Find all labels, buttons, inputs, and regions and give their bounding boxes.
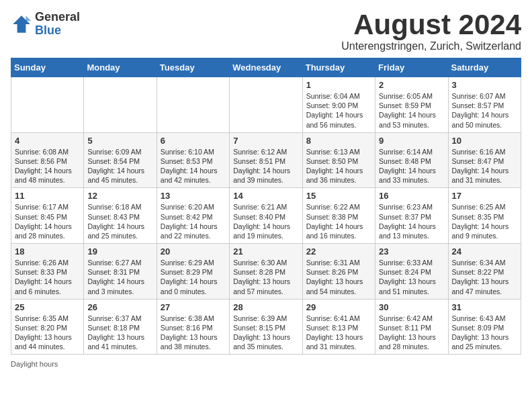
calendar-cell: 8Sunrise: 6:13 AMSunset: 8:50 PMDaylight…: [302, 132, 375, 188]
day-info: Sunrise: 6:42 AMSunset: 8:11 PMDaylight:…: [379, 314, 444, 352]
calendar-table: SundayMondayTuesdayWednesdayThursdayFrid…: [11, 58, 521, 355]
day-number: 15: [306, 191, 371, 201]
calendar-cell: 14Sunrise: 6:21 AMSunset: 8:40 PMDayligh…: [230, 188, 302, 244]
calendar-cell: 19Sunrise: 6:27 AMSunset: 8:31 PMDayligh…: [84, 244, 157, 300]
calendar-header-row: SundayMondayTuesdayWednesdayThursdayFrid…: [11, 58, 521, 77]
day-info: Sunrise: 6:16 AMSunset: 8:47 PMDaylight:…: [452, 147, 517, 185]
logo: General Blue: [11, 11, 80, 38]
logo-icon: [11, 13, 32, 35]
day-number: 19: [87, 246, 152, 257]
day-info: Sunrise: 6:17 AMSunset: 8:45 PMDaylight:…: [15, 202, 80, 240]
day-info: Sunrise: 6:18 AMSunset: 8:43 PMDaylight:…: [87, 202, 152, 240]
calendar-cell: 4Sunrise: 6:08 AMSunset: 8:56 PMDaylight…: [11, 132, 84, 188]
title-block: August 2024 Unterengstringen, Zurich, Sw…: [341, 11, 521, 52]
svg-marker-1: [26, 15, 31, 21]
day-number: 30: [379, 302, 444, 312]
day-number: 24: [452, 246, 517, 257]
day-number: 17: [452, 191, 517, 201]
day-info: Sunrise: 6:34 AMSunset: 8:22 PMDaylight:…: [452, 258, 517, 296]
calendar-cell: 18Sunrise: 6:26 AMSunset: 8:33 PMDayligh…: [11, 244, 84, 300]
calendar-cell: [230, 77, 302, 133]
footer: Daylight hours: [11, 360, 521, 368]
day-info: Sunrise: 6:41 AMSunset: 8:13 PMDaylight:…: [306, 314, 371, 352]
logo-blue-text: Blue: [35, 24, 80, 38]
day-number: 10: [452, 136, 517, 146]
day-info: Sunrise: 6:12 AMSunset: 8:51 PMDaylight:…: [233, 147, 298, 185]
calendar-cell: 21Sunrise: 6:30 AMSunset: 8:28 PMDayligh…: [230, 244, 302, 300]
calendar-cell: 13Sunrise: 6:20 AMSunset: 8:42 PMDayligh…: [157, 188, 229, 244]
calendar-cell: 17Sunrise: 6:25 AMSunset: 8:35 PMDayligh…: [448, 188, 521, 244]
day-number: 13: [161, 191, 226, 201]
day-info: Sunrise: 6:35 AMSunset: 8:20 PMDaylight:…: [15, 314, 80, 352]
calendar-cell: 23Sunrise: 6:33 AMSunset: 8:24 PMDayligh…: [375, 244, 448, 300]
day-number: 21: [233, 246, 298, 257]
calendar-week-row: 18Sunrise: 6:26 AMSunset: 8:33 PMDayligh…: [11, 244, 521, 300]
day-number: 14: [233, 191, 298, 201]
day-number: 31: [452, 302, 517, 312]
day-info: Sunrise: 6:21 AMSunset: 8:40 PMDaylight:…: [233, 202, 298, 240]
day-number: 9: [379, 136, 444, 146]
calendar-week-row: 1Sunrise: 6:04 AMSunset: 9:00 PMDaylight…: [11, 77, 521, 133]
day-number: 7: [233, 136, 298, 146]
calendar-day-header: Saturday: [448, 58, 521, 77]
day-info: Sunrise: 6:13 AMSunset: 8:50 PMDaylight:…: [306, 147, 371, 185]
day-number: 18: [15, 246, 80, 257]
calendar-week-row: 4Sunrise: 6:08 AMSunset: 8:56 PMDaylight…: [11, 132, 521, 188]
calendar-cell: 24Sunrise: 6:34 AMSunset: 8:22 PMDayligh…: [448, 244, 521, 300]
day-number: 11: [15, 191, 80, 201]
day-info: Sunrise: 6:25 AMSunset: 8:35 PMDaylight:…: [452, 202, 517, 240]
calendar-day-header: Tuesday: [157, 58, 229, 77]
location-subtitle: Unterengstringen, Zurich, Switzerland: [341, 40, 521, 52]
calendar-cell: 28Sunrise: 6:39 AMSunset: 8:15 PMDayligh…: [230, 299, 302, 355]
calendar-cell: 20Sunrise: 6:29 AMSunset: 8:29 PMDayligh…: [157, 244, 229, 300]
calendar-cell: 16Sunrise: 6:23 AMSunset: 8:37 PMDayligh…: [375, 188, 448, 244]
calendar-cell: 11Sunrise: 6:17 AMSunset: 8:45 PMDayligh…: [11, 188, 84, 244]
calendar-cell: 27Sunrise: 6:38 AMSunset: 8:16 PMDayligh…: [157, 299, 229, 355]
calendar-cell: 5Sunrise: 6:09 AMSunset: 8:54 PMDaylight…: [84, 132, 157, 188]
day-number: 6: [161, 136, 226, 146]
calendar-cell: 26Sunrise: 6:37 AMSunset: 8:18 PMDayligh…: [84, 299, 157, 355]
day-info: Sunrise: 6:22 AMSunset: 8:38 PMDaylight:…: [306, 202, 371, 240]
logo-text: General Blue: [35, 11, 80, 38]
calendar-cell: 31Sunrise: 6:43 AMSunset: 8:09 PMDayligh…: [448, 299, 521, 355]
day-info: Sunrise: 6:05 AMSunset: 8:59 PMDaylight:…: [379, 91, 444, 130]
day-info: Sunrise: 6:20 AMSunset: 8:42 PMDaylight:…: [161, 202, 226, 240]
calendar-day-header: Wednesday: [230, 58, 302, 77]
day-number: 2: [379, 80, 444, 90]
day-number: 8: [306, 136, 371, 146]
calendar-cell: 25Sunrise: 6:35 AMSunset: 8:20 PMDayligh…: [11, 299, 84, 355]
day-info: Sunrise: 6:30 AMSunset: 8:28 PMDaylight:…: [233, 258, 298, 296]
calendar-cell: 30Sunrise: 6:42 AMSunset: 8:11 PMDayligh…: [375, 299, 448, 355]
calendar-cell: 10Sunrise: 6:16 AMSunset: 8:47 PMDayligh…: [448, 132, 521, 188]
day-number: 22: [306, 246, 371, 257]
day-info: Sunrise: 6:27 AMSunset: 8:31 PMDaylight:…: [87, 258, 152, 296]
day-number: 12: [87, 191, 152, 201]
calendar-cell: [157, 77, 229, 133]
day-info: Sunrise: 6:33 AMSunset: 8:24 PMDaylight:…: [379, 258, 444, 296]
day-info: Sunrise: 6:38 AMSunset: 8:16 PMDaylight:…: [161, 314, 226, 352]
day-number: 16: [379, 191, 444, 201]
logo-general-text: General: [35, 11, 80, 24]
calendar-week-row: 25Sunrise: 6:35 AMSunset: 8:20 PMDayligh…: [11, 299, 521, 355]
day-info: Sunrise: 6:43 AMSunset: 8:09 PMDaylight:…: [452, 314, 517, 352]
day-info: Sunrise: 6:39 AMSunset: 8:15 PMDaylight:…: [233, 314, 298, 352]
calendar-day-header: Monday: [84, 58, 157, 77]
day-info: Sunrise: 6:07 AMSunset: 8:57 PMDaylight:…: [452, 91, 517, 130]
calendar-cell: 12Sunrise: 6:18 AMSunset: 8:43 PMDayligh…: [84, 188, 157, 244]
month-title: August 2024: [341, 11, 521, 39]
day-number: 1: [306, 80, 371, 90]
calendar-cell: 22Sunrise: 6:31 AMSunset: 8:26 PMDayligh…: [302, 244, 375, 300]
day-info: Sunrise: 6:26 AMSunset: 8:33 PMDaylight:…: [15, 258, 80, 296]
day-number: 5: [87, 136, 152, 146]
calendar-day-header: Thursday: [302, 58, 375, 77]
day-info: Sunrise: 6:29 AMSunset: 8:29 PMDaylight:…: [161, 258, 226, 296]
calendar-day-header: Friday: [375, 58, 448, 77]
day-number: 20: [161, 246, 226, 257]
day-info: Sunrise: 6:09 AMSunset: 8:54 PMDaylight:…: [87, 147, 152, 185]
page-header: General Blue August 2024 Unterengstringe…: [11, 11, 521, 52]
calendar-cell: 15Sunrise: 6:22 AMSunset: 8:38 PMDayligh…: [302, 188, 375, 244]
calendar-day-header: Sunday: [11, 58, 84, 77]
day-number: 29: [306, 302, 371, 312]
calendar-cell: [11, 77, 84, 133]
day-info: Sunrise: 6:14 AMSunset: 8:48 PMDaylight:…: [379, 147, 444, 185]
